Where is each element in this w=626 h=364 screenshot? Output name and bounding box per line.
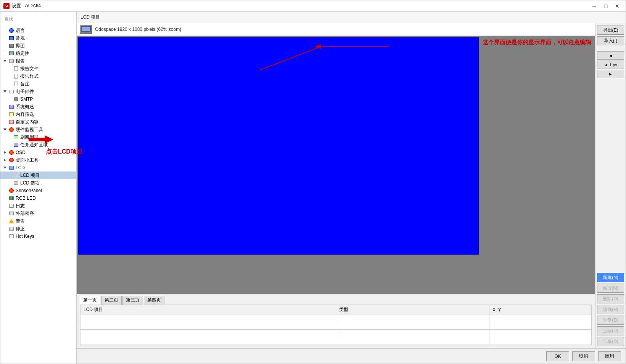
sidebar-item-osd[interactable]: OSD: [0, 149, 76, 156]
sidebar-label-hotkeys: Hot Keys: [16, 234, 34, 239]
log-icon: [9, 203, 14, 208]
close-button[interactable]: ✕: [612, 2, 623, 10]
sidebar-item-email[interactable]: 电子邮件: [0, 88, 76, 95]
tab-page1[interactable]: 第一页: [80, 296, 100, 305]
sidebar-label-sys-overview: 系统概述: [16, 104, 34, 110]
minimize-button[interactable]: ─: [589, 2, 600, 10]
expand-hw-icon: [3, 128, 7, 131]
sidebar-label-report: 报告: [16, 58, 25, 64]
sidebar-item-custom-content[interactable]: 自定义内容: [0, 118, 76, 126]
sidebar-item-lcd-items[interactable]: LCD 项目: [0, 172, 76, 179]
sidebar-item-note[interactable]: 备注: [0, 80, 76, 88]
duplicate-button[interactable]: 重复(D): [597, 316, 624, 325]
sidebar-item-hotkeys[interactable]: Hot Keys: [0, 233, 76, 240]
svg-rect-1: [82, 27, 90, 31]
ok-button[interactable]: OK: [546, 351, 569, 361]
lcd-item-icon: [13, 173, 19, 178]
sidebar-label-language: 语言: [16, 27, 25, 34]
sidebar-item-sensor-panel[interactable]: SensorPanel: [0, 187, 76, 194]
nav-left-1px-button[interactable]: ◄ 1 px: [597, 61, 624, 69]
hotkey-icon: [9, 234, 14, 239]
lcd-bottom-section: 第一页 第二页 第三页 第四页: [77, 294, 595, 348]
table-header-item: LCD 项目: [80, 305, 336, 314]
sidebar-label-fix: 修正: [16, 226, 25, 232]
main-content: 语言 常规 界面 稳定性 报告: [0, 12, 626, 364]
sidebar-item-log[interactable]: 日志: [0, 202, 76, 210]
file-icon2: [13, 74, 19, 79]
sidebar-label-note: 备注: [20, 81, 29, 87]
sidebar-item-content-filter[interactable]: 内容筛选: [0, 111, 76, 118]
sidebar-item-common[interactable]: 常规: [0, 34, 76, 42]
sidebar-item-taskbar[interactable]: 任务通知区域: [0, 141, 76, 149]
sidebar-item-rgb-led[interactable]: RGB LED: [0, 194, 76, 202]
tab-page2[interactable]: 第二页: [101, 296, 122, 305]
right-panel: LCD 项目 Odospace 19: [77, 12, 626, 364]
sidebar-item-interface[interactable]: 界面: [0, 42, 76, 50]
sidebar-item-stability[interactable]: 稳定性: [0, 50, 76, 57]
sidebar-label-ext-program: 外部程序: [16, 210, 34, 217]
hw-icon: [9, 127, 14, 132]
sidebar-label-report-file: 报告文件: [20, 66, 39, 72]
window-title: 设置 - AIDA64: [12, 3, 41, 9]
sidebar-item-warning[interactable]: 警告: [0, 217, 76, 225]
delete-button[interactable]: 删除(D): [597, 294, 624, 303]
cancel-button[interactable]: 取消: [572, 351, 595, 361]
sidebar-label-report-style: 报告样式: [20, 73, 39, 80]
lcd-info-text: Odospace 1920 x 1080 pixels (62% zoom): [95, 27, 181, 32]
lcd-canvas: [78, 37, 479, 255]
warning-icon: [9, 218, 14, 224]
apply-button[interactable]: 应用: [598, 351, 621, 361]
move-up-button[interactable]: 上移(U): [597, 326, 624, 335]
tab-page3[interactable]: 第三页: [122, 296, 143, 305]
table-row[interactable]: [80, 322, 592, 330]
move-down-button[interactable]: 下移(D): [597, 337, 624, 346]
sidebar-item-report-file[interactable]: 报告文件: [0, 65, 76, 72]
titlebar: 64 设置 - AIDA64 ─ □ ✕: [0, 0, 626, 12]
nav-left-button[interactable]: ◄: [597, 51, 624, 60]
sidebar-item-report-style[interactable]: 报告样式: [0, 72, 76, 80]
expand-report-icon: [3, 60, 7, 62]
sidebar-label-hw-monitor: 硬件监视工具: [16, 127, 43, 133]
lcd-preview-area: Odospace 1920 x 1080 pixels (62% zoom) 这…: [77, 23, 595, 348]
sidebar-item-lcd[interactable]: LCD: [0, 164, 76, 172]
sidebar-item-smtp[interactable]: SMTP: [0, 95, 76, 103]
hide-button[interactable]: 隐藏(H): [597, 305, 624, 314]
expand-lcd-icon: [3, 167, 7, 169]
table-row[interactable]: [80, 330, 592, 337]
file-icon: [13, 66, 19, 71]
sidebar-item-lcd-options[interactable]: LCD 选项: [0, 179, 76, 187]
maximize-button[interactable]: □: [600, 2, 611, 10]
custom-icon: [9, 119, 14, 125]
export-button[interactable]: 导出(E): [597, 26, 624, 35]
nav-right-button[interactable]: ►: [597, 70, 624, 78]
sidebar-label-desktop-tools: 桌面小工具: [16, 157, 39, 164]
table-row[interactable]: [80, 314, 592, 322]
ext-icon: [9, 211, 14, 216]
globe-icon: [9, 28, 14, 33]
modify-button[interactable]: 修改(M): [597, 284, 624, 293]
fix-icon: [9, 226, 14, 231]
sidebar-item-desktop-tools[interactable]: 桌面小工具: [0, 156, 76, 164]
file-icon3: [13, 81, 19, 87]
sidebar-item-sys-overview[interactable]: 系统概述: [0, 103, 76, 111]
search-input[interactable]: [3, 15, 74, 23]
desktop-icon: [9, 157, 14, 163]
table-header-type: 类型: [336, 305, 489, 314]
sidebar-item-fix[interactable]: 修正: [0, 225, 76, 233]
new-button[interactable]: 新建(N): [597, 273, 624, 282]
lcd-icon: [9, 165, 14, 170]
sidebar-label-rgb-led: RGB LED: [16, 196, 36, 201]
sidebar-item-hw-monitor[interactable]: 硬件监视工具: [0, 126, 76, 133]
expand-desktop-icon: [3, 159, 7, 162]
monitor-icon: [9, 43, 14, 48]
sidebar-item-refresh[interactable]: 刷新周期: [0, 133, 76, 141]
sidebar-item-language[interactable]: 语言: [0, 27, 76, 34]
sidebar-item-ext-program[interactable]: 外部程序: [0, 210, 76, 217]
sidebar-item-report[interactable]: 报告: [0, 57, 76, 65]
tab-page4[interactable]: 第四页: [144, 296, 164, 305]
app-icon: 64: [3, 3, 10, 9]
import-button[interactable]: 导入(I): [597, 36, 624, 45]
panel-title: LCD 项目: [80, 14, 100, 20]
lcd-device-icon: [80, 25, 92, 34]
table-row[interactable]: [80, 337, 592, 345]
